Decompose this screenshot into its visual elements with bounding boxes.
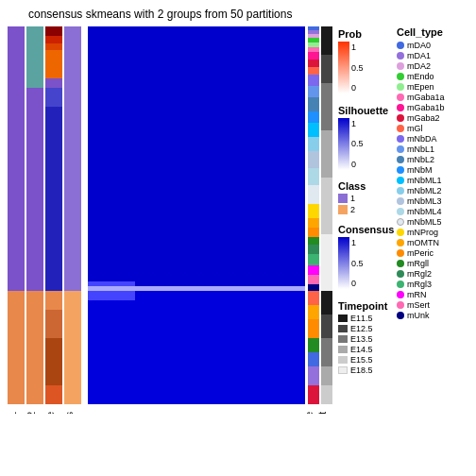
ct-item-mEndo: mEndo xyxy=(397,72,476,81)
ct-dot-mGl xyxy=(397,125,404,132)
ct-dot-mGaba1b xyxy=(397,104,404,111)
tp-e125-box xyxy=(338,325,348,332)
class-title: Class xyxy=(338,180,395,192)
cell-type-title: Cell_type xyxy=(397,26,476,38)
ct-dot-mPeric xyxy=(397,249,404,257)
xlabel-silhouette: Silhouette xyxy=(45,412,56,414)
ct-9 xyxy=(308,67,319,75)
p1-bottom xyxy=(8,291,25,404)
ct-dot-mSert xyxy=(397,301,404,309)
left-legend: Prob 1 0.5 0 xyxy=(338,28,395,384)
ct-label-mNbML3: mNbML3 xyxy=(407,196,442,206)
tp-10 xyxy=(321,366,332,385)
ct-25 xyxy=(308,265,319,275)
ct-dot-mNbL1 xyxy=(397,145,404,153)
tp-11 xyxy=(321,385,332,404)
timepoint-legend: Timepoint E11.5 E12.5 E13.5 E14.5 E15.5 xyxy=(338,300,395,375)
ct-1 xyxy=(308,26,319,30)
sil-5 xyxy=(45,78,62,88)
cons-label-0: 0 xyxy=(351,278,364,291)
p2-bottom-orange xyxy=(26,291,43,404)
ct-dot-mEpen xyxy=(397,83,404,91)
xlabel-timepoint: Timepoint xyxy=(317,412,328,414)
tp-e115-label: E11.5 xyxy=(350,314,373,323)
ct-label-mRgll: mRgll xyxy=(407,259,429,268)
ct-label-mOMTN: mOMTN xyxy=(407,238,439,247)
ct-34 xyxy=(308,385,319,404)
sil-8 xyxy=(45,291,62,310)
ct-28 xyxy=(308,291,319,305)
xlabel-p2: p2 xyxy=(26,412,37,414)
ct-dot-mGaba1a xyxy=(397,94,404,101)
ct-item-mGaba1b: mGaba1b xyxy=(397,103,476,112)
xlabel-celltype: Cell_type xyxy=(304,412,314,414)
class-2-box xyxy=(338,205,348,214)
tp-3 xyxy=(321,83,332,130)
ct-item-mDA2: mDA2 xyxy=(397,61,476,71)
ct-dot-mRgl2 xyxy=(397,270,404,278)
ct-label-mGl: mGl xyxy=(407,124,423,133)
ct-10 xyxy=(308,75,319,86)
ct-label-mDA0: mDA0 xyxy=(407,41,431,50)
ct-24 xyxy=(308,254,319,265)
ct-item-mRN: mRN xyxy=(397,290,476,299)
ct-dot-mNbML3 xyxy=(397,197,404,205)
ct-dot-mRN xyxy=(397,291,404,298)
sil-11 xyxy=(45,385,62,404)
ct-12 xyxy=(308,97,319,111)
ct-item-mPeric: mPeric xyxy=(397,248,476,258)
cons-label-1: 1 xyxy=(351,237,364,250)
ct-dot-mNbML1 xyxy=(397,177,404,184)
sil-4 xyxy=(45,50,62,78)
class-1-box xyxy=(338,194,348,203)
ct-item-mGaba2: mGaba2 xyxy=(397,113,476,123)
heatmap-boundary xyxy=(88,286,305,291)
heatmap-blue-block xyxy=(88,26,305,291)
ct-item-mNbM: mNbM xyxy=(397,165,476,175)
ct-dot-mNbML4 xyxy=(397,208,404,215)
ct-18 xyxy=(308,185,319,204)
consensus-title: Consensus xyxy=(338,224,395,235)
tp-e145-label: E14.5 xyxy=(350,345,373,354)
ct-label-mGaba1b: mGaba1b xyxy=(407,103,445,112)
ct-dot-mNbM xyxy=(397,166,404,174)
ct-label-mPeric: mPeric xyxy=(407,248,434,258)
ct-20 xyxy=(308,218,319,228)
ct-label-mDA2: mDA2 xyxy=(407,61,431,71)
sil-2 xyxy=(45,36,62,43)
ct-label-mNbML2: mNbML2 xyxy=(407,186,442,196)
sil-10 xyxy=(45,338,62,385)
svg-rect-1 xyxy=(338,118,349,170)
ct-label-mNbL2: mNbL2 xyxy=(407,155,434,164)
ct-dot-mNbML2 xyxy=(397,187,404,195)
prob-title: Prob xyxy=(338,28,395,40)
prob-label-05: 0.5 xyxy=(351,62,364,76)
ct-label-mEndo: mEndo xyxy=(407,72,434,81)
ct-11 xyxy=(308,86,319,97)
sil-3 xyxy=(45,43,62,50)
ct-dot-mDA2 xyxy=(397,62,404,70)
cons-gradient-svg xyxy=(338,237,349,289)
ct-item-mEpen: mEpen xyxy=(397,82,476,92)
chart-title: consensus skmeans with 2 groups from 50 … xyxy=(28,8,292,21)
ct-31 xyxy=(308,338,319,352)
class-purple xyxy=(64,26,81,291)
chart-container: consensus skmeans with 2 groups from 50 … xyxy=(0,0,476,476)
ct-dot-mDA1 xyxy=(397,52,404,60)
ct-item-mNbDA: mNbDA xyxy=(397,134,476,144)
ct-19 xyxy=(308,204,319,218)
ct-7 xyxy=(308,52,319,60)
xlabel-p1: p1 xyxy=(8,412,18,414)
svg-rect-0 xyxy=(338,42,349,94)
tp-e125-label: E12.5 xyxy=(350,324,373,333)
ct-item-mRgll: mRgll xyxy=(397,259,476,268)
ct-22 xyxy=(308,237,319,245)
prob-label-0: 0 xyxy=(351,82,364,95)
ct-dot-mUnk xyxy=(397,312,404,319)
ct-item-mNbML4: mNbML4 xyxy=(397,207,476,216)
ct-dot-mRgll xyxy=(397,260,404,267)
ct-item-mRgl2: mRgl2 xyxy=(397,269,476,279)
tp-9 xyxy=(321,338,332,366)
tp-e155-box xyxy=(338,356,348,364)
ct-label-mRgl2: mRgl2 xyxy=(407,269,432,279)
